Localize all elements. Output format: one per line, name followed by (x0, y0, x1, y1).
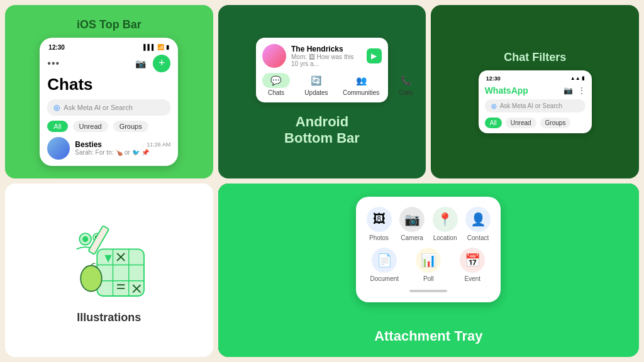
ios-status-icons: ▌▌▌ 📶 ▮ (143, 44, 169, 50)
ios-search-placeholder: Ask Meta AI or Search (64, 104, 132, 111)
illustration-image (65, 217, 153, 305)
attach-camera-label: Camera (401, 234, 423, 241)
ios-camera-button[interactable]: 📷 (133, 56, 148, 71)
filters-tab-groups[interactable]: Groups (540, 118, 571, 128)
filters-card-title: Chat Filters (504, 51, 566, 64)
android-nav-calls-label: Calls (399, 89, 413, 96)
ios-card-title: iOS Top Bar (77, 18, 142, 31)
android-bottom-nav: 💬 Chats 🔄 Updates 👥 Communities 📞 (262, 73, 382, 96)
attachment-row1: 🖼 Photos 📷 Camera 📍 Location 👤 (366, 207, 491, 241)
attach-photos-icon: 🖼 (367, 207, 392, 232)
filters-status-icons: ▲▲ ▮ (570, 75, 584, 81)
attach-poll[interactable]: 📊 Poll (410, 248, 447, 282)
android-chats-icon: 💬 (270, 75, 281, 85)
wifi-icon: 📶 (157, 44, 164, 50)
card-android-bottom-bar: The Hendricks Mom: 🖼 How was this 10 yrs… (218, 5, 426, 178)
android-nav-calls[interactable]: 📞 Calls (392, 73, 419, 96)
ios-filter-unread[interactable]: Unread (73, 121, 108, 132)
ios-time: 12:30 (48, 44, 65, 51)
battery-icon: ▮ (166, 44, 169, 50)
filters-menu-icon[interactable]: ⋮ (578, 86, 586, 95)
illustrations-card-title: Illustrations (77, 311, 141, 324)
attach-event[interactable]: 📅 Event (454, 248, 491, 282)
ios-filter-all[interactable]: All (47, 121, 67, 132)
android-nav-communities-label: Communities (343, 89, 379, 96)
ios-status-bar: 12:30 ▌▌▌ 📶 ▮ (47, 44, 170, 51)
android-calls-icon: 📞 (401, 75, 411, 85)
android-communities-icon: 👥 (356, 75, 367, 85)
filters-camera-icon[interactable]: 📷 (564, 86, 573, 95)
ios-chat-item[interactable]: Besties 11:26 AM Sarah: For tn: 🍗 or 🐦 📌 (47, 137, 170, 160)
filters-search-bar[interactable]: ◎ Ask Meta AI or Search (485, 99, 586, 112)
ios-top-actions: ••• 📷 + (47, 55, 170, 72)
phone-home-bar (409, 290, 447, 292)
android-nav-chats[interactable]: 💬 Chats (262, 73, 290, 96)
filters-tab-unread[interactable]: Unread (506, 118, 536, 128)
attach-document-icon: 📄 (372, 248, 397, 273)
filters-wifi-icon: ▲▲ (570, 75, 580, 81)
android-nav-communities-bg: 👥 (347, 73, 375, 88)
attach-event-label: Event (465, 275, 481, 282)
signal-icon: ▌▌▌ (143, 44, 155, 50)
android-chat-header: The Hendricks Mom: 🖼 How was this 10 yrs… (262, 44, 382, 68)
android-video-icon[interactable]: ▶ (367, 48, 382, 63)
attach-photos[interactable]: 🖼 Photos (366, 207, 392, 241)
ios-pin-icon: 📌 (142, 149, 149, 156)
ios-filter-groups[interactable]: Groups (113, 121, 148, 132)
android-contact-sub: Mom: 🖼 How was this 10 yrs a... (291, 53, 362, 67)
ios-dots-menu[interactable]: ••• (47, 58, 60, 69)
attach-camera-icon: 📷 (399, 207, 425, 232)
android-nav-chats-bg: 💬 (262, 73, 290, 88)
ios-new-chat-button[interactable]: + (153, 55, 170, 72)
ios-chat-time: 11:26 AM (147, 141, 170, 148)
ios-chats-heading: Chats (47, 75, 170, 94)
android-chat-card: The Hendricks Mom: 🖼 How was this 10 yrs… (256, 38, 388, 102)
ios-chat-preview: Sarah: For tn: 🍗 or 🐦 📌 (75, 149, 170, 156)
attach-contact-label: Contact (467, 234, 489, 241)
attachment-row2: 📄 Document 📊 Poll 📅 Event (366, 248, 491, 282)
attach-location[interactable]: 📍 Location (432, 207, 458, 241)
filters-tab-row: All Unread Groups (485, 118, 586, 128)
android-nav-updates-bg: 🔄 (303, 73, 330, 88)
android-nav-updates-label: Updates (304, 89, 328, 96)
android-card-title: Android Bottom Bar (284, 114, 360, 146)
attach-document[interactable]: 📄 Document (366, 248, 402, 282)
android-nav-calls-bg: 📞 (392, 73, 419, 88)
attach-event-icon: 📅 (460, 248, 485, 273)
attach-poll-icon: 📊 (416, 248, 441, 273)
svg-point-22 (82, 236, 88, 241)
ios-chat-info: Besties 11:26 AM Sarah: For tn: 🍗 or 🐦 📌 (75, 140, 170, 156)
ios-search-bar[interactable]: ◎ Ask Meta AI or Search (47, 99, 170, 116)
filters-tab-all[interactable]: All (485, 118, 502, 128)
filters-header-icons: 📷 ⋮ (564, 86, 586, 95)
filters-meta-ai-icon: ◎ (491, 102, 497, 109)
card-illustrations: Illustrations (5, 184, 213, 357)
filters-status-bar: 12:30 ▲▲ ▮ (485, 75, 586, 82)
filters-header: WhatsApp 📷 ⋮ (485, 85, 586, 96)
card-chat-filters: Chat Filters 12:30 ▲▲ ▮ WhatsApp 📷 ⋮ ◎ A… (431, 5, 639, 178)
android-nav-communities[interactable]: 👥 Communities (343, 73, 379, 96)
attach-location-icon: 📍 (433, 207, 458, 232)
attach-contact-icon: 👤 (465, 207, 491, 232)
android-chat-avatar (262, 44, 286, 68)
filters-search-placeholder: Ask Meta AI or Search (500, 102, 563, 109)
android-nav-updates[interactable]: 🔄 Updates (303, 73, 330, 96)
attach-document-label: Document (370, 275, 399, 282)
svg-point-20 (81, 265, 103, 291)
attach-poll-label: Poll (423, 275, 434, 282)
filters-battery-icon: ▮ (582, 75, 584, 81)
card-ios-top-bar: iOS Top Bar 12:30 ▌▌▌ 📶 ▮ ••• 📷 + Chats … (5, 5, 213, 178)
ios-chat-avatar (47, 137, 70, 160)
card-attachment-tray: 🖼 Photos 📷 Camera 📍 Location 👤 (218, 184, 639, 357)
attachment-card-title: Attachment Tray (374, 328, 482, 344)
attach-camera[interactable]: 📷 Camera (399, 207, 425, 241)
filters-brand: WhatsApp (485, 85, 528, 96)
attachment-phone-mockup: 🖼 Photos 📷 Camera 📍 Location 👤 (356, 197, 501, 302)
android-chat-info: The Hendricks Mom: 🖼 How was this 10 yrs… (291, 45, 362, 67)
ios-chat-name: Besties (75, 140, 102, 149)
ios-action-icons: 📷 + (133, 55, 170, 72)
ios-phone-mockup: 12:30 ▌▌▌ 📶 ▮ ••• 📷 + Chats ◎ Ask Meta A… (40, 38, 178, 166)
attach-contact[interactable]: 👤 Contact (465, 207, 491, 241)
filters-phone-mockup: 12:30 ▲▲ ▮ WhatsApp 📷 ⋮ ◎ Ask Meta AI or… (479, 70, 592, 133)
filters-time: 12:30 (486, 75, 501, 82)
